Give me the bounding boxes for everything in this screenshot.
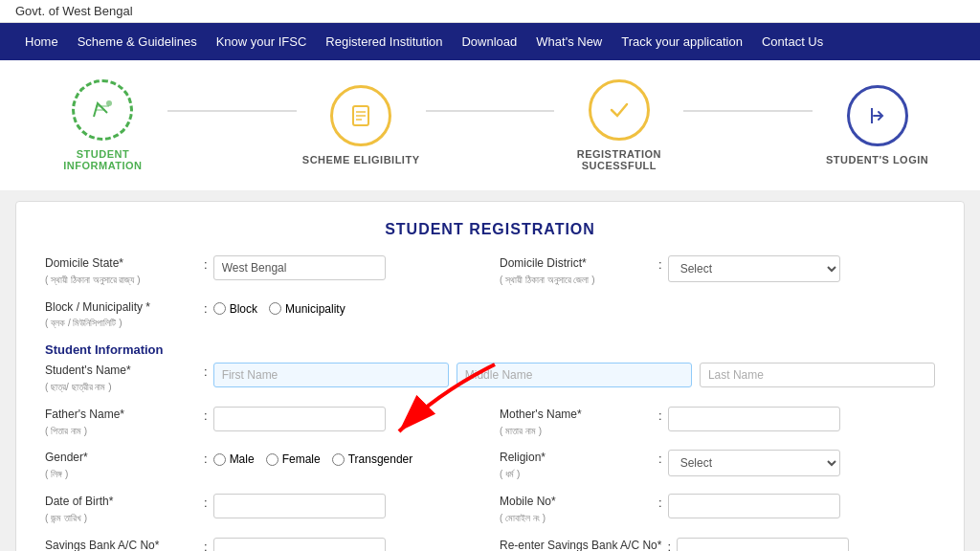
student-name-group: Student's Name* ( ছাত্র/ ছাত্রীর নাম ) : [45, 363, 935, 395]
gender-group: Gender* ( লিঙ্গ ) : Male Female Transgen… [45, 450, 480, 482]
student-name-row: Student's Name* ( ছাত্র/ ছাত্রীর নাম ) : [45, 363, 935, 395]
parents-row: Father's Name* ( পিতার নাম ) : Mother's … [45, 407, 935, 439]
domicile-district-group: Domicile District* ( স্থায়ী ঠিকানা অনুস… [500, 255, 935, 288]
dob-input[interactable] [213, 494, 386, 518]
mother-name-input[interactable] [668, 407, 840, 431]
mobile-label: Mobile No* ( মোবাইল নং ) [500, 494, 653, 526]
mother-name-group: Mother's Name* ( মাতার নাম ) : [500, 407, 935, 439]
radio-municipality[interactable]: Municipality [269, 302, 345, 316]
savings-label: Savings Bank A/C No* ( সেভিংস ব্যাংক আকা… [45, 538, 198, 551]
religion-group: Religion* ( ধর্ম ) : Select [500, 450, 935, 482]
step-1-label: STUDENT INFORMATION [38, 148, 167, 171]
colon-8: : [658, 450, 662, 466]
domicile-state-input[interactable] [213, 255, 386, 280]
radio-transgender-label: Transgender [348, 452, 413, 466]
step-scheme: SCHEME ELIGIBILITY [297, 85, 426, 165]
colon-7: : [204, 450, 208, 466]
step-2-label: SCHEME ELIGIBILITY [302, 154, 420, 165]
radio-block[interactable]: Block [213, 302, 257, 316]
nav-track[interactable]: Track your application [612, 23, 752, 60]
radio-municipality-label: Municipality [285, 302, 345, 316]
radio-male-label: Male [230, 452, 255, 466]
father-name-group: Father's Name* ( পিতার নাম ) : [45, 407, 480, 439]
connector-2 [426, 110, 555, 112]
radio-municipality-input[interactable] [269, 302, 281, 315]
dob-mobile-row: Date of Birth* ( জন্ম তারিখ ) : Mobile N… [45, 494, 935, 526]
radio-block-label: Block [230, 302, 257, 316]
colon-4: : [204, 363, 208, 379]
father-name-input[interactable] [213, 407, 386, 431]
re-savings-group: Re-enter Savings Bank A/C No* ( পুনরায় … [500, 538, 935, 551]
middle-name-input[interactable] [457, 363, 692, 387]
top-bar: Govt. of West Bengal [0, 0, 980, 23]
main-nav: Home Scheme & Guidelines Know your IFSC … [0, 23, 980, 60]
student-name-label: Student's Name* ( ছাত্র/ ছাত্রীর নাম ) [45, 363, 198, 395]
gender-radio-group: Male Female Transgender [213, 450, 413, 466]
gender-label: Gender* ( লিঙ্গ ) [45, 450, 198, 482]
dob-label: Date of Birth* ( জন্ম তারিখ ) [45, 494, 198, 526]
domicile-row: Domicile State* ( স্থায়ী ঠিকানা অনুসারে… [45, 255, 935, 288]
colon-10: : [658, 494, 662, 510]
mother-name-label: Mother's Name* ( মাতার নাম ) [500, 407, 653, 439]
step-student-info: STUDENT INFORMATION [38, 79, 167, 171]
svg-point-2 [106, 100, 112, 106]
step-1-circle [72, 79, 133, 141]
domicile-district-label: Domicile District* ( স্থায়ী ঠিকানা অনুস… [500, 255, 653, 288]
father-name-label: Father's Name* ( পিতার নাম ) [45, 407, 198, 439]
savings-input[interactable] [213, 538, 386, 551]
radio-block-input[interactable] [213, 302, 226, 315]
step-4-circle [847, 85, 908, 146]
colon-12: : [667, 538, 671, 551]
step-2-circle [330, 85, 391, 146]
nav-ifsc[interactable]: Know your IFSC [207, 23, 317, 60]
student-registration-form: STUDENT REGISTRATION Domicile State* ( স… [15, 201, 965, 551]
block-row: Block / Municipality * ( ব্লক / মিউনিসিপ… [45, 299, 935, 332]
radio-transgender-input[interactable] [332, 453, 345, 466]
nav-download[interactable]: Download [452, 23, 526, 60]
step-3-circle [589, 79, 650, 141]
step-registration: REGISTRATION SUCESSFULL [554, 79, 683, 171]
nav-whats-new[interactable]: What's New [526, 23, 612, 60]
svg-rect-0 [96, 105, 109, 107]
connector-1 [167, 110, 297, 112]
radio-male-input[interactable] [213, 453, 226, 466]
colon-9: : [204, 494, 208, 510]
domicile-state-group: Domicile State* ( স্থায়ী ঠিকানা অনুসারে… [45, 255, 480, 288]
nav-scheme[interactable]: Scheme & Guidelines [68, 23, 207, 60]
colon-5: : [204, 407, 208, 423]
step-4-label: STUDENT'S LOGIN [826, 154, 928, 165]
student-info-section-title: Student Information [45, 342, 935, 357]
colon-2: : [658, 255, 662, 272]
mobile-input[interactable] [668, 494, 840, 518]
first-name-input[interactable] [213, 363, 449, 387]
religion-select[interactable]: Select [668, 450, 840, 476]
svg-rect-1 [96, 109, 105, 111]
nav-contact[interactable]: Contact Us [752, 23, 833, 60]
nav-home[interactable]: Home [15, 23, 68, 60]
gender-religion-row: Gender* ( লিঙ্গ ) : Male Female Transgen… [45, 450, 935, 482]
nav-institution[interactable]: Registered Institution [316, 23, 452, 60]
re-savings-input[interactable] [677, 538, 849, 551]
colon-11: : [204, 538, 208, 551]
radio-transgender[interactable]: Transgender [332, 452, 413, 466]
step-login: STUDENT'S LOGIN [813, 85, 942, 165]
radio-male[interactable]: Male [213, 452, 255, 466]
colon-3: : [204, 299, 208, 316]
religion-label: Religion* ( ধর্ম ) [500, 450, 653, 482]
savings-group: Savings Bank A/C No* ( সেভিংস ব্যাংক আকা… [45, 538, 480, 551]
savings-row: Savings Bank A/C No* ( সেভিংস ব্যাংক আকা… [45, 538, 935, 551]
colon-1: : [204, 255, 208, 272]
re-savings-label: Re-enter Savings Bank A/C No* ( পুনরায় … [500, 538, 661, 551]
block-group: Block / Municipality * ( ব্লক / মিউনিসিপ… [45, 299, 935, 332]
colon-6: : [658, 407, 662, 423]
steps-container: STUDENT INFORMATION SCHEME ELIGIBILITY R… [0, 60, 980, 191]
block-label: Block / Municipality * ( ব্লক / মিউনিসিপ… [45, 299, 198, 332]
name-fields [213, 363, 935, 387]
step-3-label: REGISTRATION SUCESSFULL [554, 148, 683, 171]
domicile-district-select[interactable]: Select [668, 255, 840, 282]
last-name-input[interactable] [700, 363, 935, 387]
radio-female-input[interactable] [266, 453, 278, 466]
form-title: STUDENT REGISTRATION [45, 221, 935, 238]
radio-female[interactable]: Female [266, 452, 321, 466]
domicile-state-label: Domicile State* ( স্থায়ী ঠিকানা অনুসারে… [45, 255, 198, 288]
